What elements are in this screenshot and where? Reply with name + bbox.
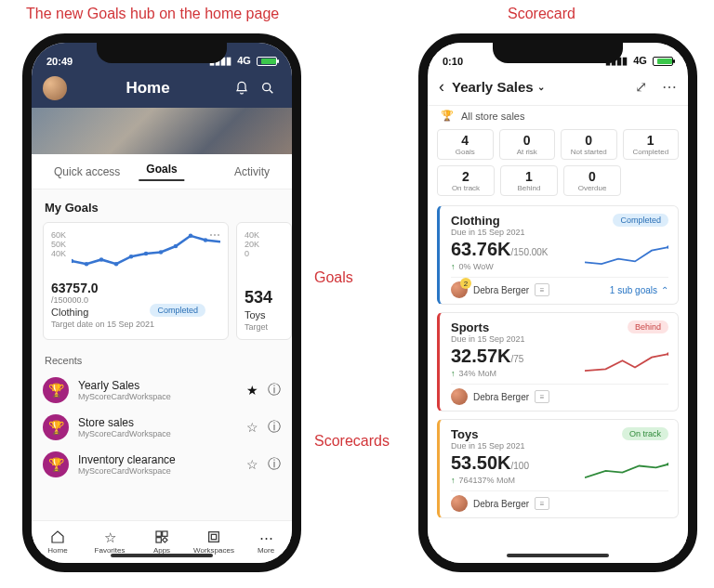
phone-scorecard: 0:10 ▮▮▮▮ 4G ‹ Yearly Sales ⌄ ⤢ ⋯ 🏆 All … xyxy=(418,33,697,572)
breadcrumb[interactable]: 🏆 All store sales xyxy=(428,106,688,125)
recents-title: Recents xyxy=(45,355,279,366)
stat-ontrack[interactable]: 2On track xyxy=(437,165,495,196)
svg-point-6 xyxy=(144,252,148,255)
nav-label: More xyxy=(258,546,274,555)
tab-quick-access[interactable]: Quick access xyxy=(46,165,127,178)
sc-due: Due in 15 Sep 2021 xyxy=(451,228,525,237)
stats-grid: 4Goals 0At risk 0Not started 1Completed … xyxy=(428,125,688,205)
sc-target: /75 xyxy=(511,354,524,364)
back-icon[interactable]: ‹ xyxy=(439,77,444,97)
scorecard-item-sports[interactable]: Sports Due in 15 Sep 2021 Behind 32.57K/… xyxy=(437,312,679,412)
svg-point-17 xyxy=(667,352,668,356)
info-icon[interactable]: ⓘ xyxy=(268,456,281,473)
annotation-goals: Goals xyxy=(314,269,353,286)
scorecard-header: ‹ Yearly Sales ⌄ ⤢ ⋯ xyxy=(428,69,688,106)
stat-overdue[interactable]: 0Overdue xyxy=(563,165,621,196)
svg-point-10 xyxy=(204,238,207,242)
recent-item[interactable]: 🏆 Store sales MyScoreCardWorkspace ☆ ⓘ xyxy=(43,409,281,446)
goal-cards-row[interactable]: ⋯ 60K 50K 40K 63757.0 /150000.0 xyxy=(43,222,281,340)
stat-atrisk[interactable]: 0At risk xyxy=(499,129,556,160)
sc-name: Sports xyxy=(451,320,525,334)
svg-point-9 xyxy=(189,234,192,238)
chevron-down-icon: ⌄ xyxy=(537,82,545,92)
goal-date: Target xyxy=(245,322,284,332)
more-icon: ⋯ xyxy=(259,529,273,544)
home-indicator xyxy=(507,554,609,557)
owner-avatar[interactable] xyxy=(451,281,468,298)
tab-activity[interactable]: Activity xyxy=(227,165,277,178)
svg-rect-12 xyxy=(163,531,167,536)
sub-goals-toggle[interactable]: 1 sub goals⌃ xyxy=(610,285,668,295)
info-icon[interactable]: ⓘ xyxy=(268,382,281,399)
stat-behind[interactable]: 1Behind xyxy=(500,165,558,196)
scorecard-title[interactable]: Yearly Sales ⌄ xyxy=(452,79,635,95)
sparkline xyxy=(585,453,668,487)
note-icon[interactable]: ≡ xyxy=(535,497,549,510)
scorecard-item-clothing[interactable]: Clothing Due in 15 Sep 2021 Completed 63… xyxy=(437,205,679,305)
recent-name: Inventory clearance xyxy=(78,453,237,466)
header-title: Home xyxy=(67,79,229,98)
search-icon[interactable] xyxy=(255,81,281,96)
sc-due: Due in 15 Sep 2021 xyxy=(451,334,525,344)
svg-point-2 xyxy=(85,262,88,266)
goal-card-clothing[interactable]: ⋯ 60K 50K 40K 63757.0 /150000.0 xyxy=(43,222,229,340)
stat-label: At risk xyxy=(502,148,553,156)
tab-goals[interactable]: Goals xyxy=(139,163,184,181)
annotation-goals-hub: The new Goals hub on the home page xyxy=(26,6,279,22)
stat-label: Overdue xyxy=(566,184,618,192)
recent-item[interactable]: 🏆 Inventory clearance MyScoreCardWorkspa… xyxy=(43,446,281,483)
status-time: 20:49 xyxy=(46,56,73,67)
nav-home[interactable]: Home xyxy=(32,521,84,563)
trophy-icon: 🏆 xyxy=(43,451,69,477)
y-tick: 0 xyxy=(245,249,284,258)
expand-icon[interactable]: ⤢ xyxy=(635,78,647,96)
scorecard-item-toys[interactable]: Toys Due in 15 Sep 2021 On track 53.50K/… xyxy=(437,419,679,518)
goal-card-toys[interactable]: 40K 20K 0 534 Toys Target xyxy=(236,222,292,340)
status-badge: Completed xyxy=(613,214,668,227)
recent-workspace: MyScoreCardWorkspace xyxy=(78,466,237,476)
note-icon[interactable]: ≡ xyxy=(535,283,549,296)
recent-item[interactable]: 🏆 Yearly Sales MyScoreCardWorkspace ★ ⓘ xyxy=(43,372,281,409)
trophy-icon: 🏆 xyxy=(43,414,69,440)
sparkline xyxy=(585,240,668,273)
svg-point-0 xyxy=(263,84,271,91)
more-icon[interactable]: ⋯ xyxy=(662,78,677,96)
y-tick: 20K xyxy=(245,240,284,249)
stat-label: Not started xyxy=(563,148,615,156)
y-axis: 60K 50K 40K xyxy=(51,230,72,277)
status-badge: Completed xyxy=(150,304,205,317)
sc-name: Clothing xyxy=(451,214,525,228)
breadcrumb-text: All store sales xyxy=(461,111,524,122)
status-time: 0:10 xyxy=(443,56,463,67)
star-icon[interactable]: ★ xyxy=(246,383,258,398)
app-header: Home xyxy=(32,69,292,108)
sc-target: /100 xyxy=(511,461,529,471)
battery-icon xyxy=(653,57,673,66)
owner-avatar[interactable] xyxy=(451,388,468,405)
stat-completed[interactable]: 1Completed xyxy=(623,129,680,160)
more-icon[interactable]: ⋯ xyxy=(209,229,220,242)
sparkline xyxy=(585,346,668,380)
note-icon[interactable]: ≡ xyxy=(535,390,549,403)
nav-more[interactable]: ⋯More xyxy=(240,521,292,563)
scorecard-list[interactable]: Clothing Due in 15 Sep 2021 Completed 63… xyxy=(428,205,688,563)
stat-value: 0 xyxy=(566,169,618,184)
sc-due: Due in 15 Sep 2021 xyxy=(451,441,525,451)
bell-icon[interactable] xyxy=(229,81,255,96)
recent-name: Yearly Sales xyxy=(78,379,237,392)
avatar[interactable] xyxy=(43,76,67,100)
recent-workspace: MyScoreCardWorkspace xyxy=(78,429,237,438)
home-tabs: Quick access Goals Activity xyxy=(32,154,292,189)
goal-value: 63757.0 xyxy=(51,281,220,295)
stat-notstarted[interactable]: 0Not started xyxy=(561,129,617,160)
star-icon[interactable]: ☆ xyxy=(246,457,258,472)
stat-value: 2 xyxy=(440,169,492,184)
title-text: Yearly Sales xyxy=(452,79,534,95)
info-icon[interactable]: ⓘ xyxy=(268,419,281,436)
svg-rect-13 xyxy=(156,538,161,542)
owner-name: Debra Berger xyxy=(473,499,529,509)
stat-value: 1 xyxy=(503,169,555,184)
stat-goals[interactable]: 4Goals xyxy=(437,129,494,160)
star-icon[interactable]: ☆ xyxy=(246,420,258,435)
owner-avatar[interactable] xyxy=(451,495,468,512)
